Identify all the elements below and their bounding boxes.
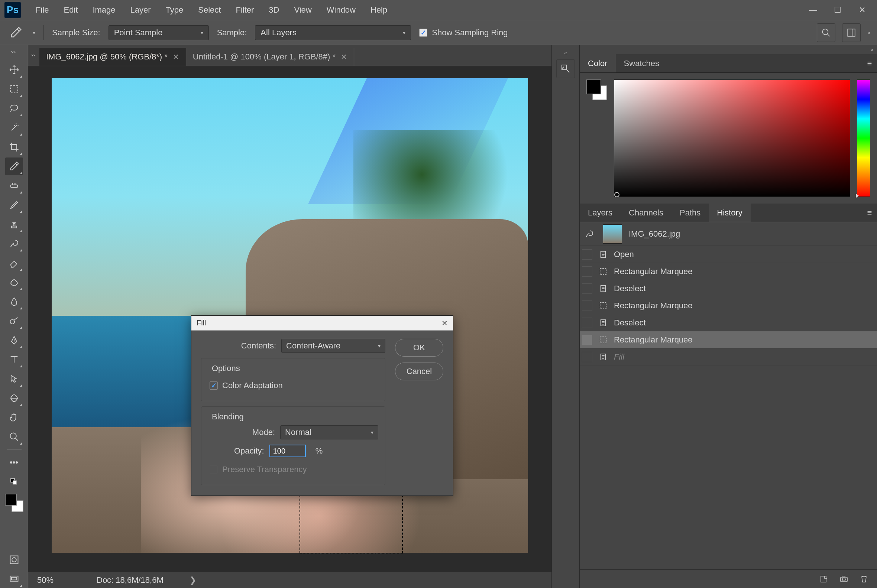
close-tab-icon[interactable]: ✕: [341, 52, 347, 61]
document-tab-active[interactable]: IMG_6062.jpg @ 50% (RGB/8*) * ✕: [39, 48, 186, 66]
menu-image[interactable]: Image: [85, 0, 123, 20]
mode-dropdown[interactable]: Normal ▾: [280, 425, 378, 440]
new-snapshot-icon[interactable]: [838, 573, 850, 585]
color-field[interactable]: [614, 80, 850, 197]
maximize-button[interactable]: ☐: [832, 5, 843, 15]
options-expand-icon[interactable]: »: [867, 30, 870, 36]
dock-collapse-icon[interactable]: »: [580, 45, 877, 54]
delete-state-icon[interactable]: [858, 573, 869, 585]
history-item[interactable]: Open: [580, 246, 877, 263]
hue-slider[interactable]: [857, 80, 870, 197]
toolbox-expand-icon[interactable]: [10, 51, 18, 56]
close-tab-icon[interactable]: ✕: [173, 52, 179, 61]
tab-strip-expand-icon[interactable]: [28, 45, 39, 66]
tab-paths[interactable]: Paths: [671, 204, 709, 222]
menu-select[interactable]: Select: [191, 0, 228, 20]
workspace-switcher-button[interactable]: [842, 23, 860, 42]
path-selection-tool[interactable]: [5, 370, 23, 388]
history-item[interactable]: Rectangular Marquee: [580, 297, 877, 314]
panel-menu-icon[interactable]: ≡: [862, 59, 877, 68]
close-window-button[interactable]: ✕: [857, 5, 867, 15]
foreground-background-swatch[interactable]: [5, 494, 23, 512]
edit-toolbar-button[interactable]: •••: [5, 453, 23, 471]
color-adaptation-checkbox[interactable]: [210, 381, 218, 390]
opacity-input[interactable]: [269, 445, 306, 457]
dodge-tool[interactable]: [5, 312, 23, 330]
eyedropper-tool[interactable]: [5, 158, 23, 176]
history-item[interactable]: Rectangular Marquee: [580, 263, 877, 280]
history-state-marker[interactable]: [582, 318, 592, 328]
tab-history[interactable]: History: [709, 204, 750, 222]
move-tool[interactable]: [5, 61, 23, 79]
doc-size[interactable]: Doc: 18,6M/18,6M: [97, 575, 164, 585]
clone-stamp-tool[interactable]: [5, 216, 23, 233]
tab-swatches[interactable]: Swatches: [616, 54, 667, 72]
menu-edit[interactable]: Edit: [56, 0, 85, 20]
color-picker-cursor[interactable]: [614, 192, 619, 197]
dock-expand-icon[interactable]: «: [564, 50, 567, 56]
tab-layers[interactable]: Layers: [580, 204, 620, 222]
zoom-level[interactable]: 50%: [37, 575, 82, 585]
foreground-color-swatch[interactable]: [5, 494, 17, 506]
history-state-marker[interactable]: [582, 266, 592, 277]
eyedropper-tool-icon[interactable]: [7, 24, 24, 42]
document-tab-inactive[interactable]: Untitled-1 @ 100% (Layer 1, RGB/8#) * ✕: [186, 48, 354, 66]
menu-file[interactable]: File: [28, 0, 56, 20]
gradient-tool[interactable]: [5, 273, 23, 291]
canvas-viewport[interactable]: Fill ✕ Contents: Content-Aware ▾: [28, 66, 551, 572]
hand-tool[interactable]: [5, 409, 23, 426]
type-tool[interactable]: [5, 351, 23, 369]
color-fg-bg-swatch[interactable]: [586, 80, 607, 100]
hue-slider-handle[interactable]: [856, 194, 859, 198]
history-item[interactable]: Fill: [580, 348, 877, 366]
ok-button[interactable]: OK: [395, 339, 443, 357]
contents-dropdown[interactable]: Content-Aware ▾: [281, 339, 385, 353]
cancel-button[interactable]: Cancel: [395, 363, 443, 380]
dialog-close-icon[interactable]: ✕: [442, 319, 448, 328]
menu-view[interactable]: View: [287, 0, 319, 20]
history-state-marker[interactable]: [582, 249, 592, 260]
history-item[interactable]: Deselect: [580, 314, 877, 332]
default-colors-icon[interactable]: [5, 473, 23, 490]
status-flyout-icon[interactable]: ❯: [189, 575, 196, 585]
rectangular-marquee-tool[interactable]: [5, 80, 23, 98]
menu-help[interactable]: Help: [363, 0, 395, 20]
collapsed-panel-icon[interactable]: [556, 59, 575, 78]
eraser-tool[interactable]: [5, 254, 23, 272]
healing-brush-tool[interactable]: [5, 177, 23, 195]
foreground-swatch[interactable]: [586, 80, 601, 94]
menu-window[interactable]: Window: [319, 0, 363, 20]
history-state-marker[interactable]: [582, 284, 592, 294]
minimize-button[interactable]: —: [808, 5, 818, 15]
lasso-tool[interactable]: [5, 99, 23, 117]
screen-mode-button[interactable]: [5, 570, 23, 588]
history-item[interactable]: Deselect: [580, 280, 877, 297]
menu-type[interactable]: Type: [158, 0, 191, 20]
magic-wand-tool[interactable]: [5, 119, 23, 137]
history-state-marker[interactable]: [582, 352, 592, 362]
brush-tool[interactable]: [5, 196, 23, 214]
history-source-row[interactable]: IMG_6062.jpg: [580, 222, 877, 246]
history-brush-source-icon[interactable]: [583, 227, 596, 241]
menu-filter[interactable]: Filter: [228, 0, 261, 20]
sample-size-dropdown[interactable]: Point Sample ▾: [108, 25, 209, 40]
tab-color[interactable]: Color: [580, 54, 616, 72]
history-item[interactable]: Rectangular Marquee: [580, 332, 877, 348]
new-document-from-state-icon[interactable]: [818, 573, 829, 585]
quick-mask-button[interactable]: [5, 551, 23, 568]
blur-tool[interactable]: [5, 293, 23, 310]
sample-dropdown[interactable]: All Layers ▾: [255, 25, 411, 40]
history-brush-tool[interactable]: [5, 235, 23, 253]
zoom-tool[interactable]: [5, 428, 23, 446]
crop-tool[interactable]: [5, 138, 23, 156]
pen-tool[interactable]: [5, 332, 23, 349]
search-button[interactable]: [817, 23, 835, 42]
show-sampling-ring-checkbox[interactable]: [419, 28, 427, 37]
history-state-marker[interactable]: [582, 334, 592, 345]
tool-preset-caret-icon[interactable]: ▾: [33, 30, 35, 36]
dialog-titlebar[interactable]: Fill ✕: [191, 316, 453, 331]
history-state-marker[interactable]: [582, 300, 592, 311]
panel-menu-icon[interactable]: ≡: [862, 208, 877, 218]
menu-3d[interactable]: 3D: [261, 0, 287, 20]
shape-tool[interactable]: [5, 389, 23, 407]
